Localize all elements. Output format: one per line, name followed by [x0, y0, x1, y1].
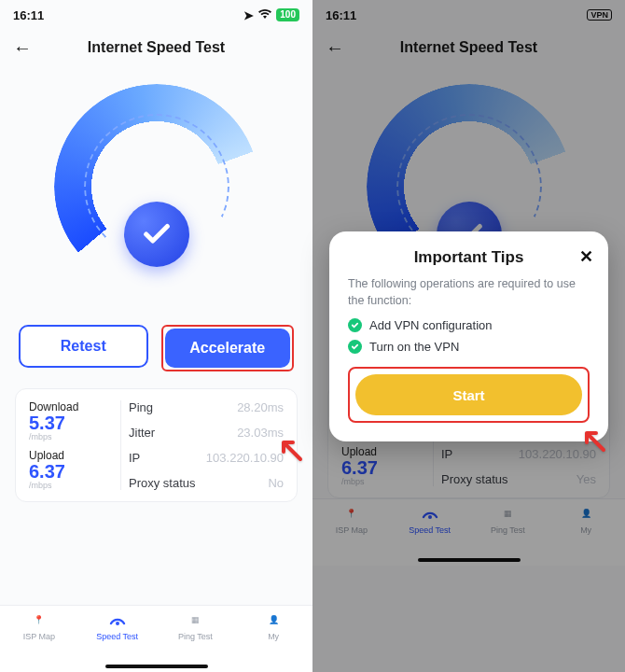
gauge-icon [107, 609, 128, 630]
upload-block: Upload 6.37 /mbps [341, 445, 425, 486]
accelerate-button[interactable]: Accelerate [165, 329, 291, 368]
download-block: Download 5.37 /mbps [29, 400, 113, 441]
tab-bar: 📍ISP Map Speed Test ▦Ping Test 👤My [312, 498, 625, 566]
upload-unit: /mbps [341, 477, 425, 486]
ping-label: Ping [129, 400, 153, 414]
wifi-icon [257, 8, 272, 22]
status-time: 16:11 [326, 8, 356, 22]
grid-icon: ▦ [497, 503, 518, 524]
ip-value: 103.220.10.90 [206, 451, 284, 465]
check-icon [348, 340, 362, 354]
screenshot-left: 16:11 ➤ 100 ← Internet Speed Test [0, 0, 312, 672]
tab-ping-test[interactable]: ▦Ping Test [469, 503, 548, 566]
stats-card: Download 5.37 /mbps Upload 6.37 /mbps Pi… [15, 388, 298, 502]
svg-point-0 [116, 622, 119, 625]
map-pin-icon: 📍 [29, 609, 49, 630]
upload-unit: /mbps [29, 481, 113, 490]
tab-speed-test[interactable]: Speed Test [391, 503, 469, 566]
jitter-label: Jitter [129, 426, 155, 440]
tab-bar: 📍ISP Map Speed Test ▦Ping Test 👤My [0, 605, 312, 672]
important-tips-modal: Important Tips ✕ The following operation… [329, 231, 608, 441]
battery-badge: 100 [276, 8, 299, 21]
map-pin-icon: 📍 [341, 503, 362, 524]
start-button[interactable]: Start [355, 374, 582, 415]
download-unit: /mbps [29, 432, 113, 441]
modal-title: Important Tips [414, 248, 524, 266]
check-icon [348, 318, 362, 332]
page-header: ← Internet Speed Test [312, 30, 625, 65]
ip-label: IP [129, 451, 140, 465]
ip-label: IP [441, 447, 452, 461]
close-icon[interactable]: ✕ [579, 246, 593, 267]
tab-speed-test[interactable]: Speed Test [78, 609, 157, 672]
tab-my[interactable]: 👤My [234, 609, 312, 672]
download-value: 5.37 [29, 413, 113, 432]
tab-ping-test[interactable]: ▦Ping Test [157, 609, 235, 672]
person-icon: 👤 [576, 503, 596, 524]
speed-gauge [0, 65, 312, 308]
page-title: Internet Speed Test [400, 39, 537, 56]
tab-isp-map[interactable]: 📍ISP Map [0, 609, 78, 672]
upload-label: Upload [29, 449, 113, 462]
tab-isp-map[interactable]: 📍ISP Map [312, 503, 391, 566]
upload-value: 6.37 [29, 462, 113, 481]
person-icon: 👤 [263, 609, 284, 630]
home-indicator [418, 558, 521, 562]
retest-button[interactable]: Retest [19, 325, 148, 368]
vpn-badge: VPN [587, 9, 612, 21]
gauge-icon [420, 503, 440, 524]
grid-icon: ▦ [185, 609, 205, 630]
page-title: Internet Speed Test [88, 39, 225, 56]
status-bar: 16:11 ➤ 100 [0, 0, 312, 30]
screenshot-right: 16:11 VPN ← Internet Speed Test [312, 0, 625, 672]
download-label: Download [29, 400, 113, 413]
upload-label: Upload [341, 445, 425, 458]
home-indicator [105, 665, 208, 668]
proxy-value: No [268, 476, 284, 490]
status-time: 16:11 [13, 8, 44, 22]
location-icon: ➤ [243, 8, 254, 22]
back-icon[interactable]: ← [13, 37, 32, 59]
ping-value: 28.20ms [237, 400, 284, 414]
page-header: ← Internet Speed Test [0, 30, 312, 65]
modal-step-1: Add VPN configuration [348, 318, 590, 332]
proxy-label: Proxy status [441, 472, 508, 486]
upload-block: Upload 6.37 /mbps [29, 449, 113, 490]
proxy-label: Proxy status [129, 476, 196, 490]
svg-point-1 [428, 515, 432, 519]
modal-step-2: Turn on the VPN [348, 340, 590, 354]
annotation-arrow-icon [276, 435, 304, 467]
status-bar: 16:11 VPN [312, 0, 625, 30]
annotation-arrow-icon [579, 426, 607, 457]
back-icon[interactable]: ← [326, 37, 344, 59]
highlight-start: Start [348, 367, 590, 423]
modal-subtitle: The following operations are required to… [348, 276, 590, 309]
gauge-check-icon [124, 202, 189, 267]
upload-value: 6.37 [341, 458, 425, 477]
tab-my[interactable]: 👤My [547, 503, 625, 566]
highlight-accelerate: Accelerate [161, 325, 295, 371]
proxy-value: Yes [576, 472, 596, 486]
